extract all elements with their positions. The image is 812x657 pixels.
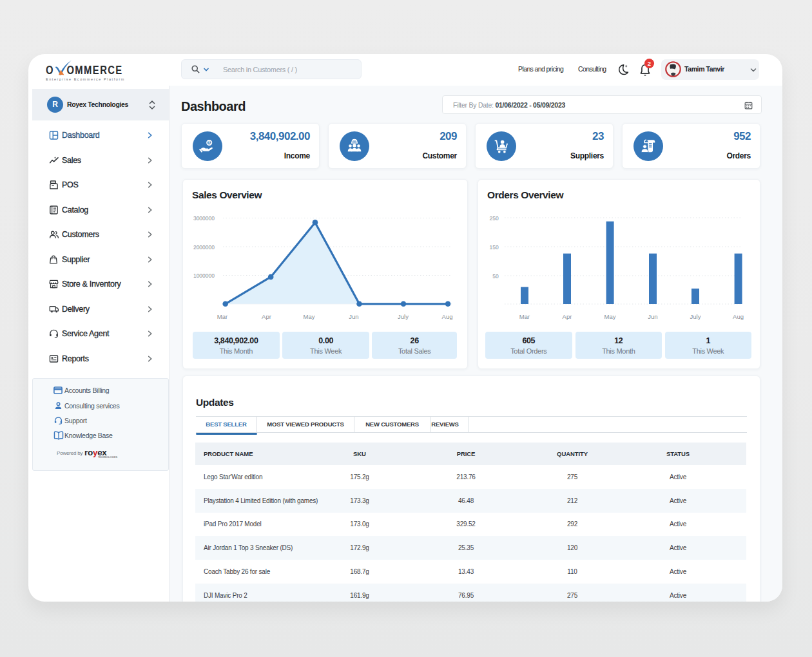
svg-text:May: May xyxy=(304,313,315,320)
svg-text:Apr: Apr xyxy=(563,313,572,320)
svg-text:May: May xyxy=(604,313,616,320)
svg-text:Apr: Apr xyxy=(262,313,271,320)
svg-text:Mar: Mar xyxy=(217,313,227,320)
svg-text:Mar: Mar xyxy=(519,313,530,320)
svg-text:2000000: 2000000 xyxy=(193,244,215,251)
svg-text:July: July xyxy=(690,313,701,320)
svg-text:150: 150 xyxy=(490,244,499,251)
svg-text:50: 50 xyxy=(492,273,499,280)
svg-text:July: July xyxy=(398,313,409,320)
svg-text:1000000: 1000000 xyxy=(193,272,215,279)
svg-text:Jun: Jun xyxy=(648,313,657,320)
svg-text:Jun: Jun xyxy=(349,313,358,320)
svg-text:$: $ xyxy=(208,140,211,145)
svg-text:3000000: 3000000 xyxy=(193,215,215,222)
svg-text:Aug: Aug xyxy=(733,313,744,320)
svg-text:250: 250 xyxy=(490,215,499,222)
svg-text:Aug: Aug xyxy=(442,313,453,320)
